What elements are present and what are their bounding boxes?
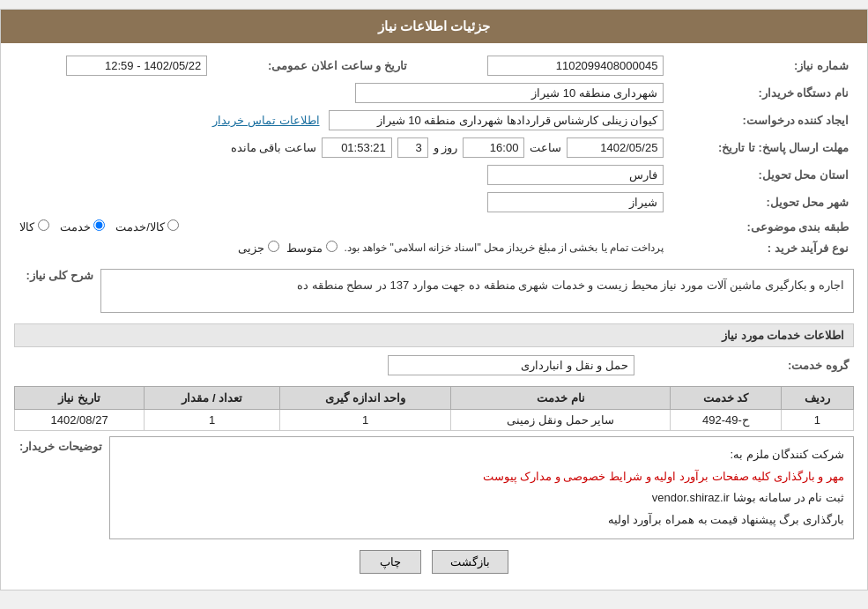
ostan-value: فارس bbox=[487, 165, 664, 185]
mohlat-cell: 1402/05/25 ساعت 16:00 روز و 3 01:53:21 س… bbox=[14, 134, 669, 161]
rooz-label: روز و bbox=[434, 141, 458, 154]
tabaqe-label: طبقه بندی موضوعی: bbox=[669, 216, 854, 237]
tabaqe-khedmat-label: خدمت bbox=[60, 219, 106, 234]
col-tarikh: تاریخ نیاز bbox=[15, 387, 145, 410]
sharh-label: شرح کلی نیاز: bbox=[26, 269, 93, 282]
mande-label: ساعت باقی مانده bbox=[231, 141, 316, 154]
shahr-label: شهر محل تحویل: bbox=[669, 189, 854, 216]
button-row: بازگشت چاپ bbox=[14, 550, 854, 574]
page-wrapper: جزئیات اطلاعات نیاز شماره نیاز: 11020994… bbox=[0, 9, 868, 590]
col-name: نام خدمت bbox=[451, 387, 671, 410]
col-radif: ردیف bbox=[781, 387, 853, 410]
shahr-cell: شیراز bbox=[14, 189, 669, 216]
noee-cell: جزیی متوسط پرداخت تمام یا بخشی از مبلغ خ… bbox=[14, 237, 669, 258]
group-cell: حمل و نقل و انبارداری bbox=[14, 352, 640, 379]
ijad-value: کیوان زینلی کارشناس قراردادها شهرداری من… bbox=[329, 110, 664, 130]
toseih-line-0: شرکت کنندگان ملزم به: bbox=[119, 444, 844, 466]
noee-motavaset-label: متوسط bbox=[286, 241, 338, 255]
nam-dastgah-label: نام دستگاه خریدار: bbox=[669, 79, 854, 107]
info-table: شماره نیاز: 1102099408000045 تاریخ و ساع… bbox=[14, 52, 854, 258]
shahr-value: شیراز bbox=[487, 192, 664, 212]
tabaqe-cell: کالا خدمت کالا/خدمت bbox=[14, 216, 669, 237]
cell-tarikh: 1402/08/27 bbox=[15, 410, 145, 431]
sharh-row: اجاره و بکارگیری ماشین آلات مورد نیاز مح… bbox=[14, 265, 854, 316]
group-table: گروه خدمت: حمل و نقل و انبارداری bbox=[14, 352, 854, 379]
ijad-link[interactable]: اطلاعات تماس خریدار bbox=[212, 114, 319, 127]
shomara-niaz-label: شماره نیاز: bbox=[669, 52, 854, 79]
nam-dastgah-value: شهرداری منطقه 10 شیراز bbox=[355, 83, 664, 103]
content-area: شماره نیاز: 1102099408000045 تاریخ و ساع… bbox=[1, 43, 867, 590]
ijad-cell: کیوان زینلی کارشناس قراردادها شهرداری من… bbox=[14, 107, 669, 134]
tarikh-value: 1402/05/25 bbox=[567, 137, 664, 158]
toseih-row: شرکت کنندگان ملزم به: مهر و بارگذاری کلی… bbox=[14, 436, 854, 539]
cell-kod: ح-49-492 bbox=[671, 410, 781, 431]
page-header: جزئیات اطلاعات نیاز bbox=[1, 10, 867, 43]
saat-label: ساعت bbox=[530, 141, 561, 154]
sharh-value: اجاره و بکارگیری ماشین آلات مورد نیاز مح… bbox=[100, 269, 854, 313]
service-table: ردیف کد خدمت نام خدمت واحد اندازه گیری ت… bbox=[14, 386, 854, 431]
toseih-label: توضیحات خریدار: bbox=[19, 440, 102, 453]
group-label: گروه خدمت: bbox=[640, 352, 854, 379]
noee-label: نوع فرآیند خرید : bbox=[669, 237, 854, 258]
tabaqe-kala-radio[interactable] bbox=[38, 219, 49, 231]
noee-motavaset-radio[interactable] bbox=[326, 241, 338, 252]
noee-jozii-radio[interactable] bbox=[268, 241, 279, 252]
btn-chap[interactable]: چاپ bbox=[360, 550, 421, 574]
cell-tedad: 1 bbox=[145, 410, 280, 431]
noee-notice: پرداخت تمام یا بخشی از مبلغ خریداز محل "… bbox=[345, 241, 664, 254]
group-value: حمل و نقل و انبارداری bbox=[388, 355, 634, 375]
tabaqe-kala-khedmat-radio[interactable] bbox=[167, 219, 179, 231]
cell-radif: 1 bbox=[781, 410, 853, 431]
cell-vahed: 1 bbox=[280, 410, 451, 431]
col-vahed: واحد اندازه گیری bbox=[280, 387, 451, 410]
toseih-line-2: ثبت نام در سامانه بوشا vendor.shiraz.ir bbox=[119, 487, 844, 509]
col-kod: کد خدمت bbox=[671, 387, 781, 410]
col-tedad: تعداد / مقدار bbox=[145, 387, 280, 410]
tarikh-saat-label: تاریخ و ساعت اعلان عمومی: bbox=[212, 52, 425, 79]
nam-dastgah-cell: شهرداری منطقه 10 شیراز bbox=[14, 79, 669, 107]
shomara-niaz-cell: 1102099408000045 bbox=[425, 52, 670, 79]
service-info-title: اطلاعات خدمات مورد نیاز bbox=[14, 323, 854, 347]
table-row: 1ح-49-492سایر حمل ونقل زمینی111402/08/27 bbox=[15, 410, 854, 431]
ijad-label: ایجاد کننده درخواست: bbox=[669, 107, 854, 134]
toseih-value: شرکت کنندگان ملزم به: مهر و بارگذاری کلی… bbox=[109, 436, 854, 539]
ostan-label: استان محل تحویل: bbox=[669, 161, 854, 189]
mohlat-label: مهلت ارسال پاسخ: تا تاریخ: bbox=[669, 134, 854, 161]
cell-name: سایر حمل ونقل زمینی bbox=[451, 410, 671, 431]
ostan-cell: فارس bbox=[14, 161, 669, 189]
toseih-line-1: مهر و بارگذاری کلیه صفحات برآورد اولیه و… bbox=[119, 466, 844, 488]
tabaqe-khedmat-radio[interactable] bbox=[93, 219, 105, 231]
rooz-value: 3 bbox=[397, 137, 428, 158]
page-title: جزئیات اطلاعات نیاز bbox=[378, 19, 490, 33]
tarikh-saat-cell: 1402/05/22 - 12:59 bbox=[14, 52, 212, 79]
toseih-line-3: بارگذاری برگ پیشنهاد قیمت به همراه برآور… bbox=[119, 509, 844, 531]
tabaqe-kala-label: کالا bbox=[19, 219, 49, 234]
btn-bazgasht[interactable]: بازگشت bbox=[432, 550, 508, 574]
shomara-niaz-value: 1102099408000045 bbox=[487, 56, 664, 76]
tabaqe-radio-group: کالا خدمت کالا/خدمت bbox=[19, 219, 664, 234]
tabaqe-kala-khedmat-label: کالا/خدمت bbox=[115, 219, 179, 234]
tarikh-saat-value: 1402/05/22 - 12:59 bbox=[66, 56, 207, 76]
saat-value: 16:00 bbox=[463, 137, 524, 158]
noee-jozii-label: جزیی bbox=[238, 241, 279, 255]
mande-value: 01:53:21 bbox=[322, 137, 392, 158]
